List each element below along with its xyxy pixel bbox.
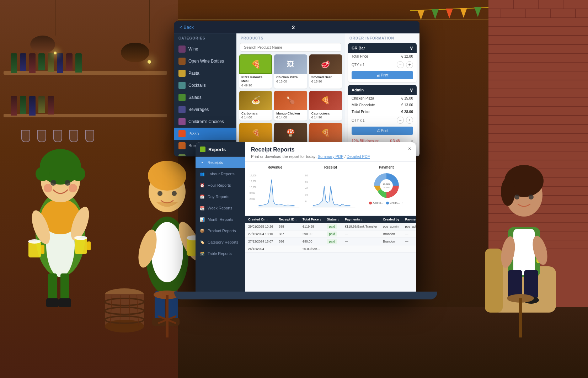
svg-point-77 [28, 239, 41, 244]
svg-rect-115 [513, 229, 535, 275]
category-pasta[interactable]: Pasta [174, 67, 236, 79]
col-created-on[interactable]: Created On ↕ [245, 216, 276, 223]
sidebar-item-receipts[interactable]: ▪ Receipts [196, 157, 245, 168]
col-created-by[interactable]: Created by [380, 216, 402, 223]
category-salads[interactable]: Salads [174, 91, 236, 103]
categories-panel: CATEGORIES Wine Open Wine Bottles Pasta … [174, 33, 236, 156]
col-total-price[interactable]: Total Price ↕ [300, 216, 324, 223]
product-capricciosa[interactable]: 🍕 Capricciosa € 14.90 [309, 91, 342, 121]
order-title: ORDER INFORMATION [345, 33, 419, 43]
col-receipt-id[interactable]: Receipt ID ↕ [276, 216, 300, 223]
order-section-admin: Admin ∨ Chicken Pizza € 15.00 Milk Choco… [348, 85, 417, 144]
products-title: PRODUCTS [236, 33, 345, 43]
sidebar-item-product[interactable]: 📦 Product Reports [196, 225, 245, 236]
svg-point-78 [74, 236, 87, 240]
svg-marker-136 [259, 180, 295, 207]
revenue-chart-title: Revenue [249, 165, 301, 169]
category-pizza[interactable]: Pizza [174, 128, 236, 140]
admin-header[interactable]: Admin ∨ [348, 85, 417, 95]
svg-marker-12 [417, 10, 424, 20]
sidebar-item-month[interactable]: 📊 Month Reports [196, 214, 245, 225]
sidebar-item-labour[interactable]: 👥 Labour Reports [196, 168, 245, 180]
gr-bar-qty-plus[interactable]: + [406, 61, 413, 68]
gr-bar-qty-minus[interactable]: − [397, 61, 404, 68]
summary-pdf-link[interactable]: Summary PDF [318, 154, 343, 159]
row1-payment-by: pos_admin [402, 223, 416, 230]
reports-subtitle: Print or download the report for today: … [251, 154, 370, 159]
row3-payment-by: — [402, 238, 416, 245]
table-row: 27/12/2024 15:07 386 €90.00 paid — Brand… [245, 238, 416, 245]
category-childrens[interactable]: Children's Choices [174, 116, 236, 128]
character-waitress [21, 145, 100, 332]
svg-point-145 [380, 179, 393, 192]
admin-qty-minus[interactable]: − [397, 117, 404, 124]
product-search-input[interactable] [240, 43, 341, 52]
product-price-chicken-pizza: € 15.00 [276, 80, 305, 83]
sidebar-item-hour[interactable]: ⏰ Hour Reports [196, 180, 245, 191]
row4-payment-by [402, 245, 416, 253]
sidebar-item-week[interactable]: 📆 Week Reports [196, 202, 245, 214]
product-carbonara[interactable]: 🍝 Carbonara € 14.00 [239, 91, 272, 121]
product-name-chicken-pizza: Chicken Pizza [276, 75, 305, 79]
row3-total-price: €90.00 [300, 238, 324, 245]
product-mango-chicken[interactable]: 🍗 Mango Chicken € 14.00 [274, 91, 307, 121]
category-open-wine[interactable]: Open Wine Bottles [174, 55, 236, 67]
gr-bar-header[interactable]: GR Bar ∨ [348, 43, 417, 53]
svg-rect-80 [60, 273, 69, 302]
product-smoked-beef[interactable]: 🥩 Smoked Beef € 15.90 [309, 54, 342, 89]
row4-status [324, 245, 342, 253]
svg-rect-81 [46, 298, 59, 307]
col-payments[interactable]: Payments ↕ [342, 216, 380, 223]
admin-qty-plus[interactable]: + [406, 117, 413, 124]
pos-header: < Back 2 [174, 21, 419, 33]
back-button[interactable]: < Back [180, 25, 194, 30]
category-cocktails[interactable]: Cocktails [174, 79, 236, 91]
col-payment-by[interactable]: Payment by [402, 216, 416, 223]
pagination-next[interactable]: › [402, 201, 403, 204]
product-name-capricciosa: Capricciosa [311, 112, 340, 116]
svg-rect-76 [87, 241, 91, 250]
detailed-pdf-link[interactable]: Detailed PDF [347, 154, 370, 159]
col-status[interactable]: Status ↕ [324, 216, 342, 223]
payment-chart-title: Payment [360, 165, 412, 169]
row2-status: paid [324, 230, 342, 238]
row3-receipt-id: 386 [276, 238, 300, 245]
small-table [506, 288, 535, 342]
reports-table: Created On ↕ Receipt ID ↕ Total Price ↕ … [245, 216, 416, 253]
product-pizza-palooza[interactable]: 🍕 Pizza Palooza Meal € 49.90 [239, 54, 272, 89]
svg-rect-79 [48, 273, 57, 302]
category-wine[interactable]: Wine [174, 43, 236, 55]
admin-qty: QTY x 1 − + [348, 115, 417, 125]
product-chicken-pizza[interactable]: 🖼 Chicken Pizza € 15.00 [274, 54, 307, 89]
svg-point-98 [148, 161, 186, 191]
sidebar-logo [200, 147, 205, 152]
row2-total-price: €90.00 [300, 230, 324, 238]
lamp-left [43, 0, 68, 54]
close-button[interactable]: × [406, 145, 413, 152]
table-row: 27/12/2024 13:10 387 €90.00 paid — Brand… [245, 230, 416, 238]
svg-marker-15 [460, 8, 467, 18]
receipt-chart-svg: 80 60 40 20 0 [305, 171, 357, 211]
row4-total-price: €0.00/Ban... [300, 245, 324, 253]
category-beverages[interactable]: Beverages [174, 103, 236, 116]
admin-item-milk-chocolate: Milk Chocolate € 13.00 [348, 102, 417, 108]
svg-point-69 [50, 180, 56, 186]
admin-item-chicken-pizza: Chicken Pizza € 15.00 [348, 95, 417, 102]
row3-created-on: 27/12/2024 15:07 [245, 238, 276, 245]
row4-created-by [380, 245, 402, 253]
product-name-mango-chicken: Mango Chicken [276, 112, 305, 116]
sidebar-item-table[interactable]: 🗃️ Table Reports [196, 248, 245, 259]
week-icon: 📆 [200, 206, 205, 211]
gr-bar-print-button[interactable]: 🖨 Print [352, 71, 413, 79]
svg-text:2,000: 2,000 [250, 198, 255, 200]
sidebar-item-category[interactable]: 🏷️ Category Reports [196, 236, 245, 248]
product-price-pizza-palooza: € 49.90 [241, 84, 270, 87]
products-panel: PRODUCTS 🍕 Pizza Palooza Meal € 49.90 [236, 33, 345, 156]
row4-payments [342, 245, 380, 253]
product-name-carbonara: Carbonara [241, 112, 270, 116]
receipts-icon: ▪ [200, 160, 205, 165]
admin-print-button[interactable]: 🖨 Print [352, 127, 413, 135]
row1-receipt-id: 388 [276, 223, 300, 230]
sidebar-item-day[interactable]: 📅 Day Reports [196, 191, 245, 202]
svg-rect-113 [485, 249, 503, 313]
